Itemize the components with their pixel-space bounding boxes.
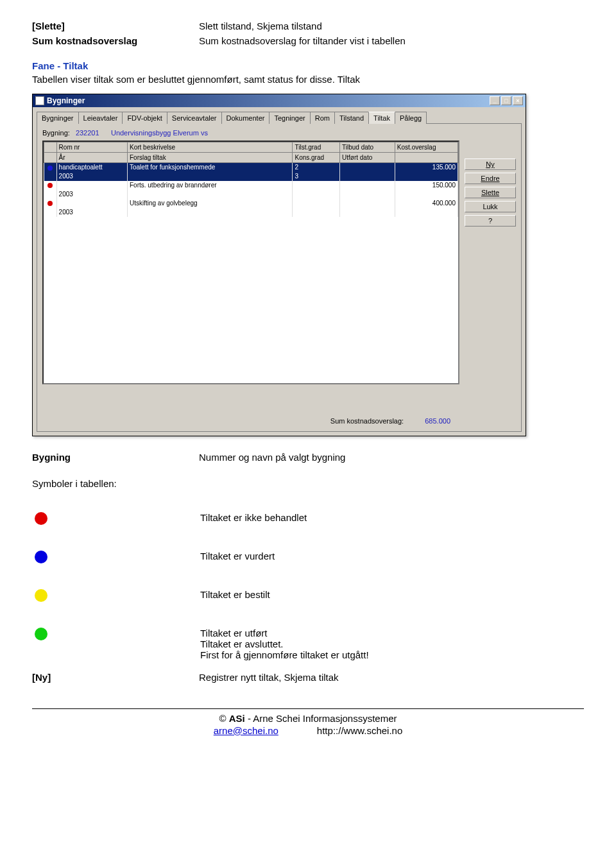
row-dot — [44, 190, 57, 199]
th-utfort[interactable]: Utført dato — [340, 153, 395, 163]
app-icon — [35, 96, 44, 105]
tab-tilstand[interactable]: Tilstand — [334, 112, 369, 124]
tab-fdv-objekt[interactable]: FDV-objekt — [122, 112, 167, 124]
th-tilbud[interactable]: Tilbud dato — [340, 142, 395, 153]
table-row[interactable]: 2003 — [44, 190, 458, 199]
row-dot — [44, 181, 57, 190]
table-row[interactable]: 2003 — [44, 208, 458, 217]
titlebar-left: Bygninger — [35, 96, 85, 105]
th-forslag[interactable]: Forslag tiltak — [127, 153, 293, 163]
maximize-button[interactable]: □ — [501, 96, 511, 105]
ny-button-label: Ny — [486, 160, 494, 168]
cell — [340, 172, 395, 181]
close-button[interactable]: × — [513, 96, 523, 105]
status-dot-icon — [47, 183, 53, 188]
endre-button[interactable]: Endre — [465, 173, 516, 184]
cell: Utskifting av golvbelegg — [127, 199, 293, 208]
row-dot — [44, 199, 57, 208]
tab-rom[interactable]: Rom — [310, 112, 335, 124]
th-dot[interactable] — [44, 142, 57, 153]
side-buttons: Ny Endre Slette Lukk ? — [465, 141, 516, 384]
footer-url: http:://www.schei.no — [317, 725, 402, 736]
cell: 2003 — [56, 208, 127, 217]
th-romnr[interactable]: Rom nr — [56, 142, 127, 153]
cell — [293, 190, 340, 199]
minimize-button[interactable]: _ — [490, 96, 500, 105]
green-dot-icon — [32, 628, 72, 640]
cell — [340, 199, 395, 208]
tab-tiltak[interactable]: Tiltak — [368, 112, 395, 124]
tab-dokumenter[interactable]: Dokumenter — [221, 112, 270, 124]
bygning-line: Bygning: 232201 Undervisningsbygg Elveru… — [42, 129, 516, 137]
tab-palegg[interactable]: Pålegg — [395, 112, 427, 124]
status-dot-icon — [47, 201, 53, 206]
window-title: Bygninger — [47, 96, 85, 105]
cell — [340, 190, 395, 199]
footer: © ASi - Arne Schei Informasjonssystemer … — [32, 713, 584, 736]
yellow-desc: Tiltaket er bestilt — [72, 589, 584, 600]
cell — [127, 208, 293, 217]
lukk-button[interactable]: Lukk — [465, 201, 516, 212]
table-wrapper[interactable]: Rom nr Kort beskrivelse Tilst.grad Tilbu… — [42, 141, 459, 384]
slette-button[interactable]: Slette — [465, 187, 516, 198]
footer-rule — [32, 708, 584, 709]
cell: 2003 — [56, 190, 127, 199]
ny-term: [Ny] — [32, 672, 199, 683]
th-konsgrad[interactable]: Kons.grad — [293, 153, 340, 163]
cell: 150.000 — [395, 181, 458, 190]
cell — [56, 199, 127, 208]
th2-kost[interactable] — [395, 153, 458, 163]
cell — [340, 163, 395, 172]
th-kort[interactable]: Kort beskrivelse — [127, 142, 293, 153]
sum-label: Sum kostnadsoverslag: — [330, 417, 404, 425]
tab-serviceavtaler[interactable]: Serviceavtaler — [167, 112, 222, 124]
tab-tegninger[interactable]: Tegninger — [269, 112, 310, 124]
titlebar[interactable]: Bygninger _ □ × — [33, 94, 526, 107]
cell — [293, 208, 340, 217]
footer-line2: arne@schei.no http:://www.schei.no — [32, 725, 584, 736]
cell — [293, 181, 340, 190]
slette-button-label: Slette — [481, 189, 499, 196]
th-ar[interactable]: År — [56, 153, 127, 163]
symbols-label: Symboler i tabellen: — [32, 478, 584, 489]
section-title: Fane - Tiltak — [32, 60, 584, 71]
help-button[interactable]: ? — [465, 215, 516, 227]
bygning-number: 232201 — [76, 129, 99, 137]
table-row[interactable]: 2003 3 — [44, 172, 458, 181]
cell — [56, 181, 127, 190]
blue-dot-icon — [32, 551, 72, 563]
th-kost[interactable]: Kost.overslag — [395, 142, 458, 153]
footer-org: - Arne Schei Informasjonssystemer — [245, 713, 397, 724]
th2-dot[interactable] — [44, 153, 57, 163]
footer-email-link[interactable]: arne@schei.no — [214, 725, 278, 736]
row-dot — [44, 208, 57, 217]
section-paragraph: Tabellen viser tiltak som er besluttet g… — [32, 74, 584, 85]
cell: 400.000 — [395, 199, 458, 208]
bygning-desc: Nummer og navn på valgt bygning — [199, 452, 584, 463]
sum-value: 685.000 — [425, 417, 450, 425]
table-row[interactable]: Forts. utbedring av branndører 150.000 — [44, 181, 458, 190]
tabstrip: Bygninger Leieavtaler FDV-objekt Service… — [37, 111, 522, 124]
definitions-block: [Slette] Slett tilstand, Skjema tilstand… — [32, 21, 584, 46]
app-window: Bygninger _ □ × Bygninger Leieavtaler FD… — [32, 94, 526, 436]
tab-bygninger[interactable]: Bygninger — [37, 112, 79, 124]
cell — [395, 190, 458, 199]
def-term-slette: [Slette] — [32, 21, 199, 31]
green-line2: Tiltaket er avsluttet. — [200, 638, 584, 649]
ny-button[interactable]: Ny — [465, 158, 516, 170]
cell: 3 — [293, 172, 340, 181]
table-row[interactable]: handicaptoalett Toalett for funksjonshem… — [44, 163, 458, 172]
cell — [340, 181, 395, 190]
cell — [127, 190, 293, 199]
lukk-button-label: Lukk — [483, 203, 497, 210]
table-row[interactable]: Utskifting av golvbelegg 400.000 — [44, 199, 458, 208]
grid-area: Rom nr Kort beskrivelse Tilst.grad Tilbu… — [42, 141, 516, 384]
green-line3: First for å gjennomføre tiltaket er utgå… — [200, 649, 584, 660]
data-table: Rom nr Kort beskrivelse Tilst.grad Tilbu… — [44, 142, 458, 217]
row-dot — [44, 172, 57, 181]
window-inner: Bygninger Leieavtaler FDV-objekt Service… — [33, 107, 526, 436]
yellow-dot-icon — [32, 589, 72, 602]
green-line1: Tiltaket er utført — [200, 628, 584, 638]
tab-leieavtaler[interactable]: Leieavtaler — [78, 112, 123, 124]
th-tilstgrad[interactable]: Tilst.grad — [293, 142, 340, 153]
